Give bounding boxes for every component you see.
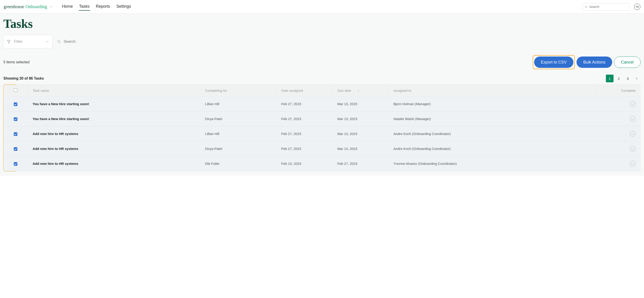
table-row: Add new hire to HR systems Ole Fuller Fe… (4, 156, 640, 171)
nav-settings[interactable]: Settings (116, 3, 132, 11)
brand-greenhouse: greenhouse (4, 4, 24, 9)
table-header-row: Task name Completing for Date assigned D… (4, 85, 640, 97)
avatar[interactable]: YA (634, 4, 640, 10)
global-search[interactable] (582, 3, 630, 11)
page-next[interactable] (633, 75, 640, 82)
complete-toggle[interactable] (630, 101, 636, 107)
cell-due-date: Mar 13, 2023 (332, 111, 388, 126)
cell-task-name[interactable]: You have a New Hire starting soon! (28, 97, 200, 111)
cell-date-assigned: Feb 13, 2023 (276, 156, 332, 171)
table-row: Add new hire to HR systems Lillian Hill … (4, 126, 640, 141)
cell-due-date: Feb 27, 2023 (332, 156, 388, 171)
page-1[interactable]: 1 (606, 75, 614, 82)
cell-assigned-to: Natalie Walsh (Manager) (388, 111, 597, 126)
complete-toggle[interactable] (630, 116, 636, 122)
complete-toggle[interactable] (630, 161, 636, 167)
cell-date-assigned: Feb 27, 2023 (276, 97, 332, 111)
cell-task-name[interactable]: Add new hire to HR systems (28, 126, 200, 141)
cell-completing-for: Lillian Hill (200, 126, 276, 141)
cell-assigned-to: Andre Koch (Onboarding Coordinator) (388, 126, 597, 141)
topnav-links: Home Tasks Reports Settings (62, 3, 132, 11)
header-due-date[interactable]: Due date ↓ (332, 85, 388, 97)
brand-onboarding: Onboarding (26, 4, 47, 9)
nav-home[interactable]: Home (62, 3, 73, 11)
header-complete[interactable]: Complete (597, 85, 640, 97)
sort-down-icon: ↓ (358, 89, 360, 92)
filter-label: Filter (14, 39, 44, 44)
cell-task-name[interactable]: Add new hire to HR systems (28, 156, 200, 171)
cell-due-date: Mar 13, 2023 (332, 126, 388, 141)
page-search-input[interactable] (64, 39, 143, 44)
search-icon (57, 40, 61, 44)
cell-date-assigned: Feb 27, 2023 (276, 111, 332, 126)
svg-line-1 (587, 7, 587, 8)
tasks-table: Task name Completing for Date assigned D… (4, 85, 640, 171)
header-task-name[interactable]: Task name (28, 85, 200, 97)
header-checkbox-cell (4, 85, 28, 97)
cell-completing-for: Lillian Hill (200, 97, 276, 111)
select-all-checkbox[interactable] (14, 88, 17, 92)
nav-reports[interactable]: Reports (96, 3, 110, 11)
bulk-actions-button[interactable]: Bulk Actions (576, 57, 612, 68)
export-highlight: Export to CSV (533, 55, 575, 69)
row-checkbox[interactable] (14, 147, 17, 151)
filter-dropdown[interactable]: Filter (4, 35, 52, 48)
complete-toggle[interactable] (630, 146, 636, 152)
cell-due-date: Mar 13, 2023 (332, 141, 388, 156)
header-date-assigned[interactable]: Date assigned (276, 85, 332, 97)
page-2[interactable]: 2 (615, 75, 622, 82)
cell-task-name[interactable]: Add new hire to HR systems (28, 141, 200, 156)
cell-date-assigned: Feb 27, 2023 (276, 126, 332, 141)
svg-line-4 (60, 42, 60, 43)
cancel-button[interactable]: Cancel (614, 57, 640, 68)
table-row: You have a New Hire starting soon! Divya… (4, 111, 640, 126)
brand: greenhouse Onboarding (4, 4, 52, 9)
action-buttons: Export to CSV Bulk Actions Cancel (533, 55, 640, 69)
cell-due-date: Mar 13, 2023 (332, 97, 388, 111)
chevron-right-icon (635, 77, 638, 80)
header-due-date-label: Due date (337, 89, 351, 92)
svg-point-0 (585, 6, 587, 7)
cell-assigned-to: Ynonne Alvarez (Onboarding Coordinator) (388, 156, 597, 171)
row-checkbox[interactable] (14, 117, 17, 121)
cell-assigned-to: Bjorn Holman (Manager) (388, 97, 597, 111)
filter-icon (7, 40, 11, 44)
table-wrap: Task name Completing for Date assigned D… (4, 85, 640, 171)
items-selected-label: 5 items selected (4, 60, 30, 64)
results-row: Showing 30 of 86 Tasks 1 2 3 (4, 75, 640, 82)
pagination: 1 2 3 (606, 75, 640, 82)
action-row: 5 items selected Export to CSV Bulk Acti… (4, 55, 640, 69)
row-checkbox[interactable] (14, 162, 17, 166)
header-completing-for[interactable]: Completing for (200, 85, 276, 97)
chevron-down-icon (50, 5, 52, 8)
global-search-input[interactable] (589, 5, 627, 9)
page-search[interactable] (55, 35, 145, 48)
cell-completing-for: Divya Patel (200, 111, 276, 126)
row-checkbox[interactable] (14, 102, 17, 106)
table-row: Add new hire to HR systems Divya Patel F… (4, 141, 640, 156)
header-assigned-to[interactable]: Assigned to (388, 85, 597, 97)
svg-point-3 (58, 40, 60, 43)
row-checkbox[interactable] (14, 132, 17, 136)
brand-switcher-caret[interactable] (50, 4, 52, 9)
export-csv-button[interactable]: Export to CSV (534, 57, 573, 68)
table-row: You have a New Hire starting soon! Lilli… (4, 97, 640, 111)
cell-date-assigned: Feb 27, 2023 (276, 141, 332, 156)
cell-completing-for: Divya Patel (200, 141, 276, 156)
chevron-down-icon (46, 40, 49, 43)
filter-row: Filter (4, 35, 640, 48)
top-nav: greenhouse Onboarding Home Tasks Reports… (0, 0, 644, 14)
page-title: Tasks (4, 17, 640, 31)
nav-tasks[interactable]: Tasks (79, 3, 90, 11)
cell-assigned-to: Andre Koch (Onboarding Coordinator) (388, 141, 597, 156)
complete-toggle[interactable] (630, 131, 636, 137)
showing-label: Showing 30 of 86 Tasks (4, 76, 44, 80)
search-icon (585, 5, 587, 8)
cell-task-name[interactable]: You have a New Hire starting soon! (28, 111, 200, 126)
page: Tasks Filter 5 items selected Export to … (0, 14, 644, 176)
page-3[interactable]: 3 (624, 75, 632, 82)
cell-completing-for: Ole Fuller (200, 156, 276, 171)
svg-marker-2 (7, 40, 10, 43)
